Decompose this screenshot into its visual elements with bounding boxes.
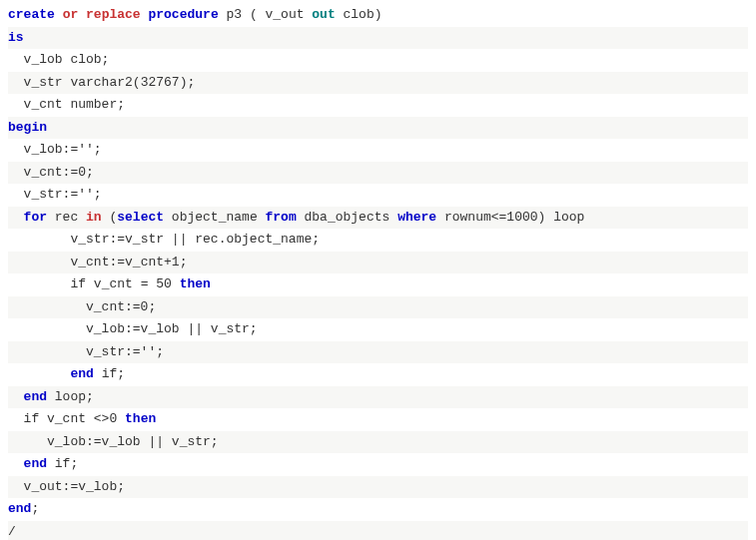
- code-token: is: [8, 30, 24, 45]
- code-line: if v_cnt = 50 then: [8, 273, 748, 296]
- code-line: end;: [8, 498, 748, 521]
- code-token: out: [312, 7, 335, 22]
- code-token: then: [125, 411, 156, 426]
- code-token: v_cnt:=v_cnt+1;: [70, 255, 187, 270]
- code-token: v_cnt:=0;: [24, 165, 94, 180]
- code-token: if;: [94, 366, 125, 381]
- code-token: (: [102, 210, 118, 225]
- code-token: v_str:=v_str || rec.object_name;: [70, 232, 320, 247]
- code-line: v_lob:=v_lob || v_str;: [8, 318, 748, 341]
- code-line: v_str:='';: [8, 184, 748, 207]
- code-line: v_str:='';: [8, 341, 748, 364]
- code-token: begin: [8, 120, 47, 135]
- code-token: if v_cnt = 50: [70, 276, 179, 291]
- code-token: v_str:='';: [86, 344, 164, 359]
- code-line: v_cnt:=0;: [8, 162, 748, 185]
- code-token: from: [265, 210, 296, 225]
- code-token: rec: [47, 210, 86, 225]
- code-line: v_cnt:=0;: [8, 296, 748, 319]
- code-token: if;: [47, 456, 78, 471]
- code-line: is: [8, 27, 748, 50]
- code-line: create or replace procedure p3 ( v_out o…: [8, 4, 748, 27]
- code-line: /: [8, 521, 748, 541]
- code-token: object_name: [164, 210, 265, 225]
- code-line: if v_cnt <>0 then: [8, 408, 748, 431]
- code-line: v_lob:='';: [8, 139, 748, 162]
- code-token: v_cnt number;: [24, 97, 125, 112]
- code-token: end: [70, 366, 93, 381]
- code-token: if v_cnt <>0: [24, 411, 125, 426]
- code-line: v_cnt:=v_cnt+1;: [8, 252, 748, 274]
- code-line: begin: [8, 117, 748, 140]
- code-token: where: [397, 210, 436, 225]
- code-line: v_lob clob;: [8, 49, 748, 72]
- code-line: v_lob:=v_lob || v_str;: [8, 431, 748, 454]
- code-token: v_lob:=v_lob || v_str;: [86, 321, 258, 336]
- code-line: end loop;: [8, 386, 748, 409]
- code-token: v_str:='';: [24, 187, 102, 202]
- code-token: or: [63, 7, 79, 22]
- code-token: v_cnt:=0;: [86, 299, 156, 314]
- code-token: [55, 7, 63, 22]
- code-token: p3 ( v_out: [219, 7, 313, 22]
- code-token: end: [24, 389, 47, 404]
- code-token: v_lob clob;: [24, 52, 110, 67]
- code-token: end: [24, 456, 47, 471]
- code-token: ;: [31, 501, 39, 516]
- code-token: for: [24, 210, 47, 225]
- code-token: replace: [86, 7, 141, 22]
- code-line: v_cnt number;: [8, 94, 748, 117]
- code-token: v_str varchar2(32767);: [24, 75, 196, 90]
- code-token: v_lob:='';: [24, 142, 102, 157]
- code-line: v_out:=v_lob;: [8, 476, 748, 499]
- code-token: v_out:=v_lob;: [24, 479, 125, 494]
- code-token: then: [180, 276, 211, 291]
- code-token: create: [8, 7, 55, 22]
- code-token: v_lob:=v_lob || v_str;: [47, 434, 219, 449]
- code-line: end if;: [8, 453, 748, 476]
- code-line: v_str varchar2(32767);: [8, 72, 748, 95]
- code-token: rownum<=1000) loop: [436, 210, 584, 225]
- code-block: create or replace procedure p3 ( v_out o…: [0, 0, 756, 540]
- code-token: in: [86, 210, 102, 225]
- code-line: end if;: [8, 363, 748, 386]
- code-token: [78, 7, 86, 22]
- code-token: clob): [336, 7, 382, 22]
- code-line: v_str:=v_str || rec.object_name;: [8, 229, 748, 252]
- code-token: procedure: [148, 7, 218, 22]
- code-token: end: [8, 501, 31, 516]
- code-token: /: [8, 524, 16, 539]
- code-token: dba_objects: [297, 210, 397, 225]
- code-token: select: [117, 210, 164, 225]
- code-token: loop;: [47, 389, 94, 404]
- code-line: for rec in (select object_name from dba_…: [8, 207, 748, 230]
